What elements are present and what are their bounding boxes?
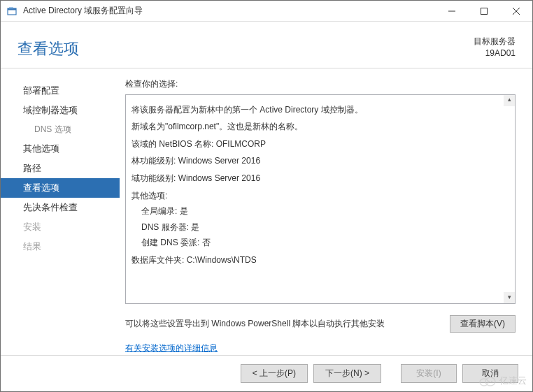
db-path-line: 数据库文件夹: C:\Windows\NTDS xyxy=(132,254,509,267)
svg-rect-4 xyxy=(481,8,488,14)
review-line: 该域的 NetBIOS 名称: OFILMCORP xyxy=(132,138,509,151)
content: 部署配置 域控制器选项 DNS 选项 其他选项 路径 查看选项 先决条件检查 安… xyxy=(1,68,532,355)
page-heading: 查看选项 xyxy=(17,38,79,59)
target-server-block: 目标服务器 19AD01 xyxy=(474,36,516,59)
header: 查看选项 目标服务器 19AD01 xyxy=(1,22,532,68)
step-install: 安装 xyxy=(1,217,120,237)
next-button[interactable]: 下一步(N) > xyxy=(313,364,381,383)
install-button: 安装(I) xyxy=(401,364,457,383)
footer: < 上一步(P) 下一步(N) > 安装(I) 取消 xyxy=(1,355,532,391)
review-label: 检查你的选择: xyxy=(125,78,516,90)
step-paths[interactable]: 路径 xyxy=(1,159,120,178)
scroll-down-icon[interactable]: ▾ xyxy=(504,292,516,304)
other-option-item: 创建 DNS 委派: 否 xyxy=(132,236,509,249)
review-line: 新域名为"ofilmcorp.net"。这也是新林的名称。 xyxy=(132,120,509,133)
cancel-button[interactable]: 取消 xyxy=(462,364,518,383)
close-button[interactable] xyxy=(500,1,532,21)
step-deployment-config[interactable]: 部署配置 xyxy=(1,81,120,101)
window-title: Active Directory 域服务配置向导 xyxy=(23,5,436,17)
review-line: 林功能级别: Windows Server 2016 xyxy=(132,154,509,168)
review-textbox[interactable]: 将该服务器配置为新林中的第一个 Active Directory 域控制器。 新… xyxy=(125,94,516,304)
step-prereq-check[interactable]: 先决条件检查 xyxy=(1,198,120,217)
scroll-up-icon[interactable]: ▴ xyxy=(504,94,516,106)
step-additional-options[interactable]: 其他选项 xyxy=(1,139,120,159)
review-line: 将该服务器配置为新林中的第一个 Active Directory 域控制器。 xyxy=(132,103,509,117)
step-results: 结果 xyxy=(1,237,120,256)
target-server-label: 目标服务器 xyxy=(474,36,516,48)
wizard-window: Active Directory 域服务配置向导 查看选项 目标服务器 19AD… xyxy=(0,0,533,392)
target-server-value: 19AD01 xyxy=(474,48,516,59)
other-option-item: 全局编录: 是 xyxy=(132,205,509,218)
step-dc-options[interactable]: 域控制器选项 xyxy=(1,101,120,120)
export-text: 可以将这些设置导出到 Windows PowerShell 脚本以自动执行其他安… xyxy=(125,318,439,330)
minimize-button[interactable] xyxy=(436,1,468,21)
previous-button[interactable]: < 上一步(P) xyxy=(241,364,308,383)
review-line: 域功能级别: Windows Server 2016 xyxy=(132,172,509,185)
step-dns-options[interactable]: DNS 选项 xyxy=(1,120,120,139)
maximize-button[interactable] xyxy=(468,1,500,21)
titlebar: Active Directory 域服务配置向导 xyxy=(1,1,532,22)
other-option-item: DNS 服务器: 是 xyxy=(132,221,509,234)
main-panel: 检查你的选择: 将该服务器配置为新林中的第一个 Active Directory… xyxy=(120,68,532,355)
app-icon xyxy=(6,6,17,17)
svg-rect-1 xyxy=(8,8,16,10)
export-row: 可以将这些设置导出到 Windows PowerShell 脚本以自动执行其他安… xyxy=(125,315,516,333)
window-controls xyxy=(436,1,532,21)
view-script-button[interactable]: 查看脚本(V) xyxy=(450,315,516,333)
step-review-options[interactable]: 查看选项 xyxy=(1,178,120,198)
other-options-label: 其他选项: xyxy=(132,189,509,203)
svg-rect-2 xyxy=(9,7,13,8)
more-info-link[interactable]: 有关安装选项的详细信息 xyxy=(125,342,516,354)
sidebar: 部署配置 域控制器选项 DNS 选项 其他选项 路径 查看选项 先决条件检查 安… xyxy=(1,68,120,355)
